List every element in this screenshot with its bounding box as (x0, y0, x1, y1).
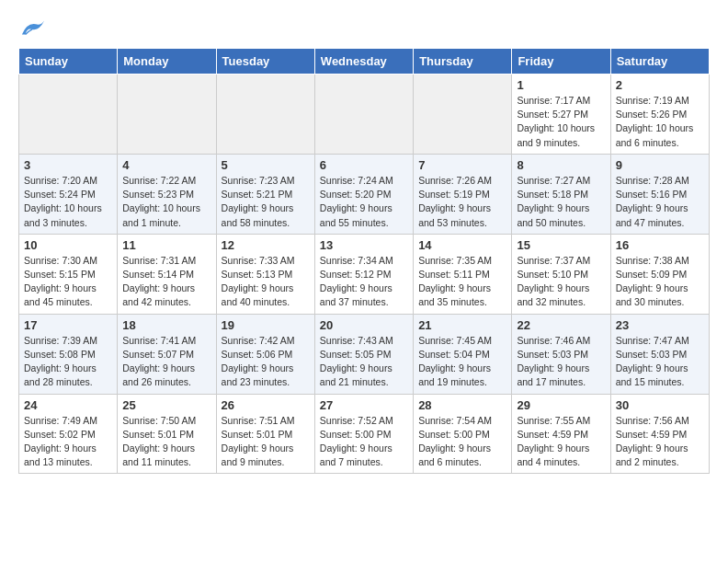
calendar-week-2: 3Sunrise: 7:20 AM Sunset: 5:24 PM Daylig… (19, 154, 710, 234)
calendar-day-30: 30Sunrise: 7:56 AM Sunset: 4:59 PM Dayli… (610, 394, 709, 474)
day-number: 17 (24, 318, 112, 332)
calendar-day-15: 15Sunrise: 7:37 AM Sunset: 5:10 PM Dayli… (512, 234, 610, 314)
day-number: 2 (616, 78, 704, 92)
day-info: Sunrise: 7:23 AM Sunset: 5:21 PM Dayligh… (222, 174, 310, 230)
day-info: Sunrise: 7:55 AM Sunset: 4:59 PM Dayligh… (517, 414, 605, 470)
day-info: Sunrise: 7:27 AM Sunset: 5:18 PM Dayligh… (517, 174, 605, 230)
calendar-header-friday: Friday (512, 49, 610, 75)
calendar-day-20: 20Sunrise: 7:43 AM Sunset: 5:05 PM Dayli… (314, 314, 413, 394)
calendar-day-27: 27Sunrise: 7:52 AM Sunset: 5:00 PM Dayli… (314, 394, 413, 474)
calendar-day-12: 12Sunrise: 7:33 AM Sunset: 5:13 PM Dayli… (216, 234, 314, 314)
calendar-day-empty (118, 75, 216, 155)
day-number: 9 (616, 158, 704, 172)
calendar-day-3: 3Sunrise: 7:20 AM Sunset: 5:24 PM Daylig… (19, 154, 118, 234)
logo (18, 18, 46, 39)
calendar-day-5: 5Sunrise: 7:23 AM Sunset: 5:21 PM Daylig… (216, 154, 314, 234)
calendar-day-empty (314, 75, 413, 155)
calendar-day-23: 23Sunrise: 7:47 AM Sunset: 5:03 PM Dayli… (610, 314, 709, 394)
day-info: Sunrise: 7:31 AM Sunset: 5:14 PM Dayligh… (122, 254, 210, 310)
calendar-day-26: 26Sunrise: 7:51 AM Sunset: 5:01 PM Dayli… (216, 394, 314, 474)
day-info: Sunrise: 7:30 AM Sunset: 5:15 PM Dayligh… (24, 254, 112, 310)
page: SundayMondayTuesdayWednesdayThursdayFrid… (0, 0, 728, 492)
day-number: 23 (616, 318, 704, 332)
day-number: 14 (418, 238, 506, 252)
day-number: 5 (222, 158, 310, 172)
day-info: Sunrise: 7:39 AM Sunset: 5:08 PM Dayligh… (24, 334, 112, 390)
day-number: 10 (24, 238, 112, 252)
day-number: 15 (517, 238, 605, 252)
day-info: Sunrise: 7:51 AM Sunset: 5:01 PM Dayligh… (222, 414, 310, 470)
calendar-day-7: 7Sunrise: 7:26 AM Sunset: 5:19 PM Daylig… (414, 154, 512, 234)
calendar-day-1: 1Sunrise: 7:17 AM Sunset: 5:27 PM Daylig… (512, 75, 610, 155)
day-info: Sunrise: 7:43 AM Sunset: 5:05 PM Dayligh… (320, 334, 408, 390)
day-number: 27 (320, 398, 408, 412)
day-info: Sunrise: 7:20 AM Sunset: 5:24 PM Dayligh… (24, 174, 112, 230)
day-number: 28 (418, 398, 506, 412)
day-number: 19 (222, 318, 310, 332)
day-info: Sunrise: 7:24 AM Sunset: 5:20 PM Dayligh… (320, 174, 408, 230)
day-info: Sunrise: 7:46 AM Sunset: 5:03 PM Dayligh… (517, 334, 605, 390)
day-info: Sunrise: 7:47 AM Sunset: 5:03 PM Dayligh… (616, 334, 704, 390)
calendar-day-9: 9Sunrise: 7:28 AM Sunset: 5:16 PM Daylig… (610, 154, 709, 234)
calendar-header-tuesday: Tuesday (216, 49, 314, 75)
day-info: Sunrise: 7:19 AM Sunset: 5:26 PM Dayligh… (616, 94, 704, 150)
calendar-day-11: 11Sunrise: 7:31 AM Sunset: 5:14 PM Dayli… (118, 234, 216, 314)
logo-text (18, 18, 46, 39)
day-info: Sunrise: 7:49 AM Sunset: 5:02 PM Dayligh… (24, 414, 112, 470)
day-number: 29 (517, 398, 605, 412)
calendar-header-monday: Monday (118, 49, 216, 75)
day-info: Sunrise: 7:52 AM Sunset: 5:00 PM Dayligh… (320, 414, 408, 470)
day-info: Sunrise: 7:33 AM Sunset: 5:13 PM Dayligh… (222, 254, 310, 310)
calendar-header-wednesday: Wednesday (314, 49, 413, 75)
day-number: 22 (517, 318, 605, 332)
calendar-day-6: 6Sunrise: 7:24 AM Sunset: 5:20 PM Daylig… (314, 154, 413, 234)
day-number: 4 (122, 158, 210, 172)
calendar-day-25: 25Sunrise: 7:50 AM Sunset: 5:01 PM Dayli… (118, 394, 216, 474)
calendar-day-14: 14Sunrise: 7:35 AM Sunset: 5:11 PM Dayli… (414, 234, 512, 314)
day-number: 21 (418, 318, 506, 332)
calendar-day-empty (19, 75, 118, 155)
header (18, 18, 710, 39)
calendar-day-24: 24Sunrise: 7:49 AM Sunset: 5:02 PM Dayli… (19, 394, 118, 474)
day-info: Sunrise: 7:26 AM Sunset: 5:19 PM Dayligh… (418, 174, 506, 230)
calendar-day-21: 21Sunrise: 7:45 AM Sunset: 5:04 PM Dayli… (414, 314, 512, 394)
day-number: 12 (222, 238, 310, 252)
day-info: Sunrise: 7:17 AM Sunset: 5:27 PM Dayligh… (517, 94, 605, 150)
calendar-header-thursday: Thursday (414, 49, 512, 75)
day-info: Sunrise: 7:45 AM Sunset: 5:04 PM Dayligh… (418, 334, 506, 390)
calendar-day-8: 8Sunrise: 7:27 AM Sunset: 5:18 PM Daylig… (512, 154, 610, 234)
calendar-week-3: 10Sunrise: 7:30 AM Sunset: 5:15 PM Dayli… (19, 234, 710, 314)
day-number: 26 (222, 398, 310, 412)
day-number: 20 (320, 318, 408, 332)
calendar-week-1: 1Sunrise: 7:17 AM Sunset: 5:27 PM Daylig… (19, 75, 710, 155)
day-info: Sunrise: 7:56 AM Sunset: 4:59 PM Dayligh… (616, 414, 704, 470)
calendar-day-28: 28Sunrise: 7:54 AM Sunset: 5:00 PM Dayli… (414, 394, 512, 474)
day-number: 7 (418, 158, 506, 172)
calendar-day-2: 2Sunrise: 7:19 AM Sunset: 5:26 PM Daylig… (610, 75, 709, 155)
day-number: 16 (616, 238, 704, 252)
day-number: 30 (616, 398, 704, 412)
day-number: 11 (122, 238, 210, 252)
calendar-day-empty (414, 75, 512, 155)
calendar-header-saturday: Saturday (610, 49, 709, 75)
day-number: 6 (320, 158, 408, 172)
calendar-day-19: 19Sunrise: 7:42 AM Sunset: 5:06 PM Dayli… (216, 314, 314, 394)
calendar-day-22: 22Sunrise: 7:46 AM Sunset: 5:03 PM Dayli… (512, 314, 610, 394)
day-info: Sunrise: 7:54 AM Sunset: 5:00 PM Dayligh… (418, 414, 506, 470)
day-info: Sunrise: 7:35 AM Sunset: 5:11 PM Dayligh… (418, 254, 506, 310)
day-info: Sunrise: 7:34 AM Sunset: 5:12 PM Dayligh… (320, 254, 408, 310)
day-info: Sunrise: 7:37 AM Sunset: 5:10 PM Dayligh… (517, 254, 605, 310)
calendar-header-sunday: Sunday (19, 49, 118, 75)
calendar-day-empty (216, 75, 314, 155)
calendar-day-4: 4Sunrise: 7:22 AM Sunset: 5:23 PM Daylig… (118, 154, 216, 234)
day-number: 18 (122, 318, 210, 332)
day-number: 8 (517, 158, 605, 172)
day-number: 3 (24, 158, 112, 172)
day-number: 24 (24, 398, 112, 412)
calendar-day-18: 18Sunrise: 7:41 AM Sunset: 5:07 PM Dayli… (118, 314, 216, 394)
calendar-week-4: 17Sunrise: 7:39 AM Sunset: 5:08 PM Dayli… (19, 314, 710, 394)
calendar-day-29: 29Sunrise: 7:55 AM Sunset: 4:59 PM Dayli… (512, 394, 610, 474)
day-info: Sunrise: 7:38 AM Sunset: 5:09 PM Dayligh… (616, 254, 704, 310)
logo-bird-icon (20, 18, 46, 39)
day-info: Sunrise: 7:50 AM Sunset: 5:01 PM Dayligh… (122, 414, 210, 470)
